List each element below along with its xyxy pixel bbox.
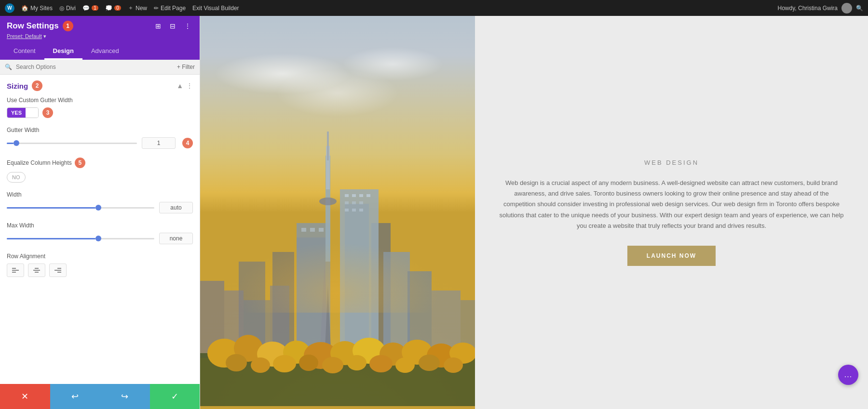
max-width-slider-track bbox=[7, 238, 154, 239]
step-badge-5: 5 bbox=[75, 158, 85, 168]
cancel-button[interactable]: ✕ bbox=[0, 384, 50, 409]
svg-rect-25 bbox=[359, 209, 363, 211]
more-icon[interactable]: ⋮ bbox=[182, 21, 193, 31]
tab-content[interactable]: Content bbox=[5, 43, 44, 60]
search-icon-panel: 🔍 bbox=[5, 64, 12, 70]
svg-point-57 bbox=[226, 354, 247, 371]
wordpress-icon[interactable]: W bbox=[5, 3, 14, 13]
svg-rect-29 bbox=[319, 228, 324, 232]
svg-point-60 bbox=[299, 355, 318, 371]
width-value-box[interactable]: auto bbox=[159, 202, 193, 213]
width-slider-thumb[interactable] bbox=[95, 205, 101, 211]
svg-rect-35 bbox=[326, 198, 330, 205]
save-button[interactable]: ✓ bbox=[150, 384, 200, 409]
tab-design[interactable]: Design bbox=[44, 43, 82, 60]
svg-point-63 bbox=[369, 355, 393, 372]
svg-rect-17 bbox=[352, 194, 356, 197]
main-layout: Row Settings 1 ⊞ ⊟ ⋮ Preset: Default ▾ C… bbox=[0, 16, 868, 409]
undo-button[interactable]: ↩ bbox=[50, 384, 100, 409]
launch-now-button[interactable]: LAUNCH NOW bbox=[627, 246, 716, 266]
tab-advanced[interactable]: Advanced bbox=[82, 43, 128, 60]
svg-rect-24 bbox=[352, 209, 356, 211]
admin-bar-exit-builder[interactable]: Exit Visual Builder bbox=[192, 5, 239, 12]
sizing-title: Sizing 2 bbox=[7, 80, 42, 91]
svg-rect-6 bbox=[57, 268, 61, 269]
right-panel: WEB DESIGN Web design is a crucial aspec… bbox=[200, 16, 868, 409]
svg-point-61 bbox=[322, 357, 343, 373]
max-width-slider-row: none bbox=[7, 233, 193, 244]
admin-bar: W 🏠 My Sites ◎ Divi 💬 1 💭 0 ＋ New ✏ Edit… bbox=[0, 0, 868, 16]
city-section: WEB DESIGN Web design is a crucial aspec… bbox=[200, 16, 868, 409]
equalize-toggle-wrap: NO bbox=[7, 172, 193, 183]
max-width-slider-fill bbox=[7, 238, 95, 239]
admin-bar-user[interactable]: Howdy, Christina Gwira bbox=[778, 5, 838, 12]
search-options-input[interactable] bbox=[16, 64, 173, 70]
redo-button[interactable]: ↪ bbox=[100, 384, 150, 409]
admin-bar-left: W 🏠 My Sites ◎ Divi 💬 1 💭 0 ＋ New ✏ Edit… bbox=[5, 3, 239, 13]
svg-rect-15 bbox=[340, 189, 379, 358]
alignment-buttons bbox=[7, 264, 193, 277]
align-right-btn[interactable] bbox=[49, 264, 67, 277]
admin-bar-edit-page[interactable]: ✏ Edit Page bbox=[154, 5, 186, 12]
svg-rect-22 bbox=[359, 201, 363, 204]
web-design-title: WEB DESIGN bbox=[644, 159, 699, 166]
buildings-svg bbox=[200, 114, 475, 409]
gutter-slider-thumb[interactable] bbox=[14, 140, 19, 146]
section-more-btn[interactable]: ⋮ bbox=[186, 82, 193, 90]
gutter-value-box[interactable]: 1 bbox=[142, 137, 176, 149]
section-controls: ▲ ⋮ bbox=[176, 82, 193, 90]
equalize-toggle[interactable]: NO bbox=[7, 172, 26, 183]
svg-point-58 bbox=[251, 357, 270, 373]
panel-preset[interactable]: Preset: Default ▾ bbox=[7, 33, 193, 40]
svg-rect-3 bbox=[35, 268, 39, 269]
max-width-slider-thumb[interactable] bbox=[95, 236, 101, 241]
svg-point-66 bbox=[444, 357, 463, 373]
svg-rect-37 bbox=[383, 252, 410, 358]
collapse-section-btn[interactable]: ▲ bbox=[176, 82, 183, 90]
svg-rect-28 bbox=[310, 228, 315, 232]
web-design-body: Web design is a crucial aspect of any mo… bbox=[499, 178, 844, 231]
panel-title-row: Row Settings 1 ⊞ ⊟ ⋮ bbox=[7, 21, 193, 31]
admin-bar-search[interactable]: 🔍 bbox=[856, 5, 863, 12]
tab-row: Content Design Advanced bbox=[0, 43, 200, 60]
width-row: Width auto bbox=[7, 191, 193, 213]
search-icon: 🔍 bbox=[856, 5, 863, 12]
align-left-btn[interactable] bbox=[7, 264, 24, 277]
width-slider-container bbox=[7, 203, 154, 212]
comment2-icon: 💭 bbox=[105, 5, 112, 12]
admin-bar-divi[interactable]: ◎ Divi bbox=[59, 5, 76, 12]
filter-button[interactable]: + Filter bbox=[177, 64, 195, 70]
svg-rect-5 bbox=[35, 272, 39, 273]
equalize-row: Equalize Column Heights 5 NO bbox=[7, 158, 193, 183]
web-design-panel: WEB DESIGN Web design is a crucial aspec… bbox=[475, 16, 868, 409]
svg-rect-18 bbox=[359, 194, 363, 197]
admin-bar-comments[interactable]: 💬 1 bbox=[82, 5, 98, 12]
svg-rect-27 bbox=[301, 228, 306, 232]
admin-bar-comments-zero[interactable]: 💭 0 bbox=[105, 5, 121, 12]
width-slider-track bbox=[7, 207, 154, 209]
bottom-bar: ✕ ↩ ↪ ✓ bbox=[0, 384, 200, 409]
panel-title: Row Settings 1 bbox=[7, 21, 73, 31]
max-width-row: Max Width none bbox=[7, 222, 193, 244]
floating-dot-menu[interactable]: ... bbox=[838, 365, 858, 385]
left-panel: Row Settings 1 ⊞ ⊟ ⋮ Preset: Default ▾ C… bbox=[0, 16, 200, 409]
admin-bar-mysites[interactable]: 🏠 My Sites bbox=[21, 5, 53, 12]
edit-icon: ✏ bbox=[154, 5, 159, 12]
svg-rect-20 bbox=[345, 201, 349, 204]
svg-point-65 bbox=[419, 355, 440, 371]
step-badge-2: 2 bbox=[32, 80, 42, 91]
svg-rect-36 bbox=[327, 132, 329, 160]
custom-gutter-toggle[interactable]: YES bbox=[7, 107, 39, 118]
split-icon[interactable]: ⊟ bbox=[168, 21, 177, 31]
expand-icon[interactable]: ⊞ bbox=[153, 21, 163, 31]
city-image bbox=[200, 16, 475, 409]
max-width-value-box[interactable]: none bbox=[159, 233, 193, 244]
max-width-slider-container bbox=[7, 234, 154, 243]
user-avatar bbox=[841, 3, 852, 13]
gutter-width-label: Use Custom Gutter Width bbox=[7, 97, 193, 104]
align-center-btn[interactable] bbox=[28, 264, 45, 277]
svg-point-62 bbox=[347, 355, 366, 370]
admin-bar-new[interactable]: ＋ New bbox=[128, 4, 147, 12]
width-slider-row: auto bbox=[7, 202, 193, 213]
svg-rect-8 bbox=[57, 272, 61, 273]
